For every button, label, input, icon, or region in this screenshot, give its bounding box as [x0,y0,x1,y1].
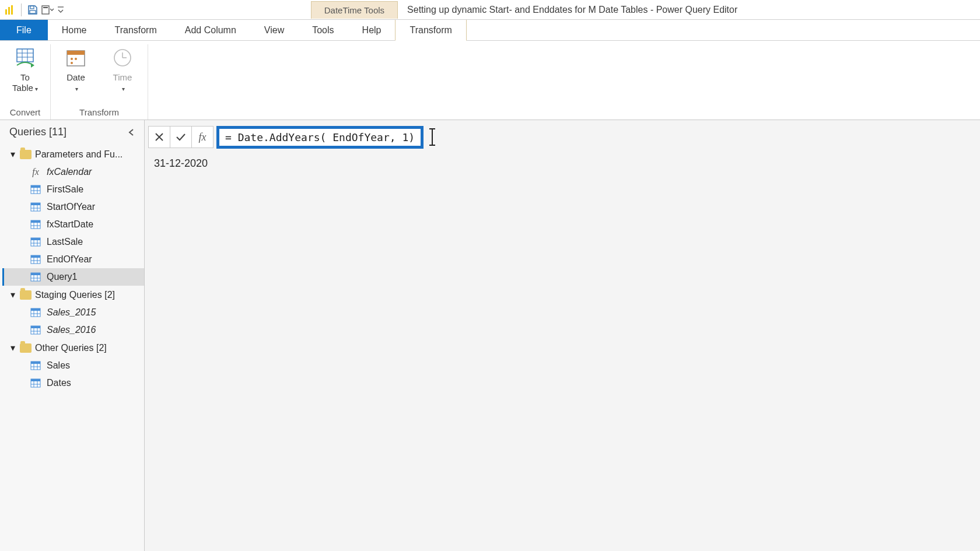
query-startofyear[interactable]: StartOfYear [2,198,144,216]
list-item-label: Query1 [47,272,77,282]
cancel-formula-button[interactable] [148,126,170,148]
svg-rect-32 [31,220,40,223]
ribbon-group-convert-label: Convert [10,106,41,118]
folder-icon [20,343,32,353]
ribbon-group-convert: ToTable▾ Convert [0,44,51,120]
list-item-label: EndOfYear [47,254,92,265]
fx-icon: fx [30,167,41,177]
folder-icon [20,150,32,159]
svg-rect-37 [31,238,40,240]
query-sales-2016[interactable]: Sales_2016 [2,321,144,339]
contextual-tab-label: DateTime Tools [311,1,398,19]
date-button[interactable]: Date▾ [59,45,93,93]
ribbon-group-transform-label: Transform [79,106,119,118]
tab-view[interactable]: View [250,20,298,40]
to-table-label: ToTable▾ [12,72,38,93]
query-sales[interactable]: Sales [2,357,144,374]
tree-group-staging[interactable]: ▾ Staging Queries [2] [2,286,144,304]
svg-rect-27 [31,203,40,205]
collapse-pane-icon[interactable] [125,127,137,138]
formula-input[interactable]: = Date.AddYears( EndOfYear, 1) [216,126,424,149]
date-icon [64,45,88,70]
queries-pane-title: Queries [11] [9,126,66,138]
queries-pane: Queries [11] ▾ Parameters and Fu... fxfx… [0,120,145,551]
queries-tree: ▾ Parameters and Fu... fxfxCalendar Firs… [0,145,144,392]
tab-add-column[interactable]: Add Column [171,20,250,40]
list-item-label: FirstSale [47,184,83,195]
query-query1[interactable]: Query1 [2,268,144,286]
confirm-formula-button[interactable] [170,126,192,148]
table-icon [30,308,41,317]
time-icon [110,45,135,70]
query-lastsale[interactable]: LastSale [2,233,144,251]
quick-access-toolbar [0,3,68,16]
svg-rect-52 [31,308,40,311]
tree-group-label: Other Queries [2] [35,343,107,353]
chevron-down-icon: ▾ [10,149,16,160]
svg-rect-42 [31,255,40,258]
table-icon [30,220,41,229]
ribbon: ToTable▾ Convert Date▾ Time▾ Transform [0,41,980,120]
svg-rect-62 [31,362,40,364]
content-area: fx = Date.AddYears( EndOfYear, 1) 31-12-… [145,120,980,551]
table-icon [30,272,41,282]
tab-home[interactable]: Home [48,20,101,40]
svg-rect-4 [30,10,36,13]
query-firstsale[interactable]: FirstSale [2,181,144,198]
table-icon [30,361,41,370]
list-item-label: Sales_2015 [47,307,96,318]
svg-rect-67 [31,379,40,381]
tree-group-parameters[interactable]: ▾ Parameters and Fu... [2,145,144,163]
table-icon [30,202,41,212]
save-icon[interactable] [26,3,39,16]
result-value: 31-12-2020 [145,150,980,177]
list-item-label: LastSale [47,237,83,247]
tree-group-other[interactable]: ▾ Other Queries [2] [2,339,144,357]
list-item-label: Sales_2016 [47,325,96,335]
svg-point-17 [75,58,77,60]
query-fxstartdate[interactable]: fxStartDate [2,216,144,233]
app-icon [4,3,16,16]
date-label: Date▾ [66,72,85,93]
chevron-down-icon: ▾ [10,342,16,353]
svg-point-15 [71,58,73,60]
list-item-label: fxStartDate [47,219,93,230]
tab-contextual-transform[interactable]: Transform [395,20,466,41]
table-icon [30,378,41,388]
ribbon-tabstrip: File Home Transform Add Column View Tool… [0,20,980,41]
fx-button[interactable]: fx [191,126,214,148]
query-dates[interactable]: Dates [2,374,144,392]
svg-rect-14 [67,51,85,55]
svg-rect-22 [31,185,40,188]
tab-tools[interactable]: Tools [298,20,348,40]
query-fxcalendar[interactable]: fxfxCalendar [2,163,144,181]
tree-group-label: Parameters and Fu... [35,149,123,160]
tab-file[interactable]: File [0,20,48,40]
tab-help[interactable]: Help [348,20,396,40]
qat-dropdown-icon[interactable] [57,3,65,16]
list-item-label: fxCalendar [47,167,92,177]
time-button[interactable]: Time▾ [106,45,139,93]
query-endofyear[interactable]: EndOfYear [2,251,144,268]
svg-rect-6 [43,7,48,8]
title-center: DateTime Tools Setting up dynamic Start-… [68,1,980,19]
to-table-icon [13,45,37,70]
qat-more-icon[interactable] [41,3,54,16]
tab-transform[interactable]: Transform [100,20,170,40]
table-icon [30,325,41,335]
text-cursor-icon [432,129,433,145]
to-table-button[interactable]: ToTable▾ [8,45,42,93]
list-item-label: StartOfYear [47,202,95,212]
svg-rect-1 [8,7,10,15]
tree-group-label: Staging Queries [2] [35,290,115,300]
table-icon [30,255,41,264]
folder-icon [20,290,32,300]
queries-pane-header: Queries [11] [0,120,144,145]
svg-rect-57 [31,326,40,328]
svg-point-16 [71,62,73,64]
table-icon [30,185,41,194]
query-sales-2015[interactable]: Sales_2015 [2,304,144,321]
list-item-label: Sales [47,360,70,371]
svg-rect-2 [11,5,13,15]
table-icon [30,237,41,247]
